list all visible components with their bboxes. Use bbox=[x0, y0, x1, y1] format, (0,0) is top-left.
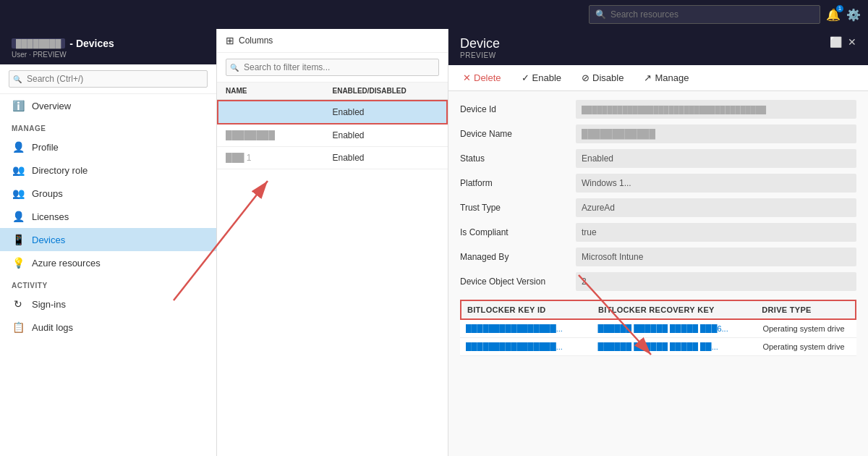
sidebar-item-profile-label: Profile bbox=[32, 142, 59, 153]
sidebar-item-licenses-label: Licenses bbox=[32, 211, 69, 222]
device-name-value: ████████████ bbox=[576, 124, 856, 143]
detail-body: Device Id ██████████████████████████████… bbox=[448, 91, 868, 456]
sidebar-item-azure-resources-label: Azure resources bbox=[32, 258, 101, 269]
sidebar-item-devices[interactable]: 📱 Devices bbox=[0, 228, 216, 251]
is-compliant-label: Is Compliant bbox=[460, 227, 576, 237]
signins-icon: ↻ bbox=[12, 298, 25, 310]
disable-icon: ⊘ bbox=[582, 72, 590, 83]
search-icon: 🔍 bbox=[595, 9, 606, 20]
delete-button[interactable]: ✕ Delete bbox=[460, 71, 504, 85]
delete-label: Delete bbox=[474, 72, 501, 83]
row-name-2: ████████ bbox=[226, 130, 333, 140]
enable-button[interactable]: ✓ Enable bbox=[519, 71, 564, 85]
status-row: Status Enabled bbox=[460, 149, 856, 168]
disable-label: Disable bbox=[592, 72, 624, 83]
status-label: Status bbox=[460, 153, 576, 164]
is-compliant-row: Is Compliant true bbox=[460, 223, 856, 242]
middle-search-area bbox=[217, 53, 448, 83]
bl-recovery-2: ██████ ██████ █████ ██... bbox=[597, 342, 762, 351]
sidebar-item-licenses[interactable]: 👤 Licenses bbox=[0, 205, 216, 228]
sidebar-item-signins[interactable]: ↻ Sign-ins bbox=[0, 292, 216, 316]
bitlocker-row: ████████████████... ██████ ██████ █████ … bbox=[460, 338, 856, 356]
sidebar-item-groups-label: Groups bbox=[32, 188, 63, 199]
platform-label: Platform bbox=[460, 178, 576, 188]
manage-icon: ↗ bbox=[644, 72, 652, 83]
platform-row: Platform Windows 1... bbox=[460, 174, 856, 193]
minimize-icon[interactable]: ⬜ bbox=[830, 36, 842, 48]
bl-key-id-2: ████████████████... bbox=[466, 342, 597, 351]
sidebar-item-profile[interactable]: 👤 Profile bbox=[0, 135, 216, 159]
top-bar: 🔍 🔔1 ⚙️ bbox=[0, 0, 868, 29]
bitlocker-col3-header: DRIVE TYPE bbox=[762, 305, 849, 314]
device-panel-header: Device PREVIEW ⬜ ✕ bbox=[448, 29, 868, 65]
device-panel-title: Device bbox=[460, 36, 500, 51]
sidebar-item-azure-resources[interactable]: 💡 Azure resources bbox=[0, 251, 216, 274]
table-row[interactable]: ████████ Enabled bbox=[217, 124, 448, 147]
bitlocker-col1-header: BITLOCKER KEY ID bbox=[467, 305, 598, 314]
columns-label: Columns bbox=[239, 35, 273, 46]
managed-by-value: Microsoft Intune bbox=[576, 248, 856, 266]
activity-section-label: ACTIVITY bbox=[0, 274, 216, 292]
sidebar-item-overview[interactable]: ℹ️ Overview bbox=[0, 94, 216, 117]
sidebar-header: ████████ - Devices User · PREVIEW bbox=[0, 29, 216, 64]
sidebar-item-signins-label: Sign-ins bbox=[32, 299, 66, 310]
table-header: NAME ENABLED/DISABLED bbox=[217, 83, 448, 100]
col-name-header: NAME bbox=[226, 87, 333, 95]
device-object-version-row: Device Object Version 2 bbox=[460, 272, 856, 291]
sidebar-item-audit-logs[interactable]: 📋 Audit logs bbox=[0, 316, 216, 339]
enable-icon: ✓ bbox=[522, 72, 529, 83]
sidebar-item-overview-label: Overview bbox=[32, 101, 71, 111]
sidebar-search-input[interactable] bbox=[9, 70, 208, 88]
licenses-icon: 👤 bbox=[12, 211, 25, 222]
bitlocker-col2-header: BITLOCKER RECOVERY KEY bbox=[598, 305, 762, 314]
device-id-row: Device Id ██████████████████████████████… bbox=[460, 100, 856, 119]
sidebar-title: - Devices bbox=[69, 38, 114, 49]
sidebar-subtitle: User · PREVIEW bbox=[12, 51, 205, 59]
notification-badge: 1 bbox=[836, 5, 843, 12]
bitlocker-header: BITLOCKER KEY ID BITLOCKER RECOVERY KEY … bbox=[460, 300, 856, 320]
sidebar-item-directory-role[interactable]: 👥 Directory role bbox=[0, 159, 216, 182]
status-value: Enabled bbox=[576, 149, 856, 168]
platform-value: Windows 1... bbox=[576, 174, 856, 193]
trust-type-value: AzureAd bbox=[576, 198, 856, 217]
directory-role-icon: 👥 bbox=[12, 164, 25, 176]
sidebar-item-groups[interactable]: 👥 Groups bbox=[0, 182, 216, 205]
device-id-value: ████████████████████████████████████ bbox=[576, 100, 856, 119]
row-enabled-1: Enabled bbox=[333, 107, 438, 117]
device-object-version-value: 2 bbox=[576, 272, 856, 291]
device-actions-bar: ✕ Delete ✓ Enable ⊘ Disable ↗ Manage bbox=[448, 65, 868, 91]
disable-button[interactable]: ⊘ Disable bbox=[579, 71, 626, 85]
table-row[interactable]: Enabled bbox=[217, 100, 448, 124]
managed-by-row: Managed By Microsoft Intune bbox=[460, 248, 856, 266]
search-input[interactable] bbox=[610, 9, 814, 20]
close-icon[interactable]: ✕ bbox=[848, 36, 856, 48]
table-row[interactable]: ███ 1 Enabled bbox=[217, 147, 448, 169]
row-name-3: ███ 1 bbox=[226, 153, 333, 163]
profile-icon: 👤 bbox=[12, 141, 25, 153]
row-enabled-3: Enabled bbox=[333, 153, 440, 163]
device-object-version-label: Device Object Version bbox=[460, 276, 576, 287]
groups-icon: 👥 bbox=[12, 187, 25, 199]
trust-type-row: Trust Type AzureAd bbox=[460, 198, 856, 217]
delete-icon: ✕ bbox=[463, 72, 471, 83]
columns-icon: ⊞ bbox=[226, 35, 234, 46]
sidebar: ████████ - Devices User · PREVIEW ℹ️ Ove… bbox=[0, 29, 217, 456]
manage-label: Manage bbox=[655, 72, 689, 83]
devices-icon: 📱 bbox=[12, 234, 25, 245]
device-id-label: Device Id bbox=[460, 104, 576, 114]
search-bar[interactable]: 🔍 bbox=[589, 5, 820, 24]
sidebar-item-devices-label: Devices bbox=[32, 235, 65, 245]
notification-icon[interactable]: 🔔1 bbox=[826, 8, 841, 22]
bl-key-id-1: ████████████████... bbox=[466, 324, 597, 333]
settings-icon[interactable]: ⚙️ bbox=[846, 8, 861, 22]
middle-search-input[interactable] bbox=[226, 59, 439, 76]
user-badge: ████████ bbox=[12, 38, 65, 48]
bitlocker-section: BITLOCKER KEY ID BITLOCKER RECOVERY KEY … bbox=[460, 300, 856, 356]
bl-recovery-1: ██████ ██████ █████ ███6... bbox=[597, 324, 762, 333]
enable-label: Enable bbox=[532, 72, 561, 83]
sidebar-search-area bbox=[0, 64, 216, 94]
manage-section-label: MANAGE bbox=[0, 117, 216, 135]
audit-logs-icon: 📋 bbox=[12, 321, 25, 333]
bl-drive-type-2: Operating system drive bbox=[762, 342, 851, 351]
manage-button[interactable]: ↗ Manage bbox=[641, 71, 692, 85]
